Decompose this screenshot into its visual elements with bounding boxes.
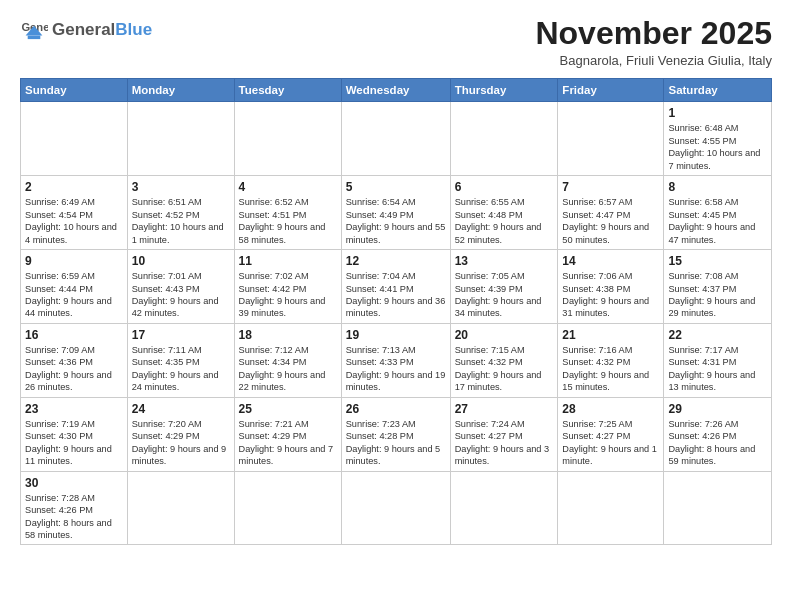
day-number: 14 [562,253,659,269]
calendar-cell [341,471,450,545]
day-number: 3 [132,179,230,195]
day-number: 23 [25,401,123,417]
day-info: Sunrise: 7:28 AM Sunset: 4:26 PM Dayligh… [25,493,112,540]
day-number: 21 [562,327,659,343]
day-number: 20 [455,327,554,343]
day-number: 27 [455,401,554,417]
calendar-cell: 17Sunrise: 7:11 AM Sunset: 4:35 PM Dayli… [127,323,234,397]
logo-icon: General [20,16,48,44]
day-number: 8 [668,179,767,195]
weekday-header-thursday: Thursday [450,79,558,102]
calendar-cell: 26Sunrise: 7:23 AM Sunset: 4:28 PM Dayli… [341,397,450,471]
calendar-cell: 6Sunrise: 6:55 AM Sunset: 4:48 PM Daylig… [450,176,558,250]
calendar-cell: 13Sunrise: 7:05 AM Sunset: 4:39 PM Dayli… [450,249,558,323]
day-info: Sunrise: 7:13 AM Sunset: 4:33 PM Dayligh… [346,345,446,392]
calendar-cell: 9Sunrise: 6:59 AM Sunset: 4:44 PM Daylig… [21,249,128,323]
calendar-cell: 2Sunrise: 6:49 AM Sunset: 4:54 PM Daylig… [21,176,128,250]
day-info: Sunrise: 6:48 AM Sunset: 4:55 PM Dayligh… [668,123,760,170]
week-row-5: 30Sunrise: 7:28 AM Sunset: 4:26 PM Dayli… [21,471,772,545]
calendar-cell: 24Sunrise: 7:20 AM Sunset: 4:29 PM Dayli… [127,397,234,471]
calendar-cell: 19Sunrise: 7:13 AM Sunset: 4:33 PM Dayli… [341,323,450,397]
day-info: Sunrise: 6:58 AM Sunset: 4:45 PM Dayligh… [668,197,755,244]
day-info: Sunrise: 7:02 AM Sunset: 4:42 PM Dayligh… [239,271,326,318]
day-number: 25 [239,401,337,417]
calendar-cell: 27Sunrise: 7:24 AM Sunset: 4:27 PM Dayli… [450,397,558,471]
calendar-cell: 1Sunrise: 6:48 AM Sunset: 4:55 PM Daylig… [664,102,772,176]
calendar-cell: 14Sunrise: 7:06 AM Sunset: 4:38 PM Dayli… [558,249,664,323]
day-info: Sunrise: 6:51 AM Sunset: 4:52 PM Dayligh… [132,197,224,244]
day-number: 5 [346,179,446,195]
day-info: Sunrise: 7:21 AM Sunset: 4:29 PM Dayligh… [239,419,334,466]
weekday-header-friday: Friday [558,79,664,102]
weekday-header-sunday: Sunday [21,79,128,102]
day-info: Sunrise: 7:09 AM Sunset: 4:36 PM Dayligh… [25,345,112,392]
day-number: 28 [562,401,659,417]
header: General GeneralBlue November 2025 Bagnar… [20,16,772,68]
svg-rect-2 [28,36,41,40]
calendar-cell [664,471,772,545]
calendar-cell [21,102,128,176]
calendar-cell: 7Sunrise: 6:57 AM Sunset: 4:47 PM Daylig… [558,176,664,250]
day-info: Sunrise: 7:16 AM Sunset: 4:32 PM Dayligh… [562,345,649,392]
day-number: 7 [562,179,659,195]
calendar-cell: 30Sunrise: 7:28 AM Sunset: 4:26 PM Dayli… [21,471,128,545]
day-info: Sunrise: 7:19 AM Sunset: 4:30 PM Dayligh… [25,419,112,466]
day-number: 10 [132,253,230,269]
calendar-cell: 18Sunrise: 7:12 AM Sunset: 4:34 PM Dayli… [234,323,341,397]
day-info: Sunrise: 7:17 AM Sunset: 4:31 PM Dayligh… [668,345,755,392]
week-row-2: 9Sunrise: 6:59 AM Sunset: 4:44 PM Daylig… [21,249,772,323]
calendar-cell: 12Sunrise: 7:04 AM Sunset: 4:41 PM Dayli… [341,249,450,323]
calendar-cell: 8Sunrise: 6:58 AM Sunset: 4:45 PM Daylig… [664,176,772,250]
page: General GeneralBlue November 2025 Bagnar… [0,0,792,612]
day-info: Sunrise: 7:15 AM Sunset: 4:32 PM Dayligh… [455,345,542,392]
title-block: November 2025 Bagnarola, Friuli Venezia … [535,16,772,68]
calendar: SundayMondayTuesdayWednesdayThursdayFrid… [20,78,772,545]
day-number: 6 [455,179,554,195]
day-info: Sunrise: 7:20 AM Sunset: 4:29 PM Dayligh… [132,419,227,466]
day-info: Sunrise: 6:59 AM Sunset: 4:44 PM Dayligh… [25,271,112,318]
calendar-cell [450,102,558,176]
weekday-header-monday: Monday [127,79,234,102]
calendar-cell: 11Sunrise: 7:02 AM Sunset: 4:42 PM Dayli… [234,249,341,323]
day-info: Sunrise: 7:04 AM Sunset: 4:41 PM Dayligh… [346,271,446,318]
day-info: Sunrise: 7:26 AM Sunset: 4:26 PM Dayligh… [668,419,755,466]
day-info: Sunrise: 6:54 AM Sunset: 4:49 PM Dayligh… [346,197,446,244]
calendar-cell: 4Sunrise: 6:52 AM Sunset: 4:51 PM Daylig… [234,176,341,250]
calendar-cell: 28Sunrise: 7:25 AM Sunset: 4:27 PM Dayli… [558,397,664,471]
day-info: Sunrise: 6:52 AM Sunset: 4:51 PM Dayligh… [239,197,326,244]
calendar-cell: 5Sunrise: 6:54 AM Sunset: 4:49 PM Daylig… [341,176,450,250]
day-number: 11 [239,253,337,269]
day-info: Sunrise: 7:11 AM Sunset: 4:35 PM Dayligh… [132,345,219,392]
calendar-cell [127,102,234,176]
calendar-cell [558,471,664,545]
calendar-cell: 22Sunrise: 7:17 AM Sunset: 4:31 PM Dayli… [664,323,772,397]
day-number: 13 [455,253,554,269]
day-number: 12 [346,253,446,269]
week-row-1: 2Sunrise: 6:49 AM Sunset: 4:54 PM Daylig… [21,176,772,250]
month-title: November 2025 [535,16,772,51]
calendar-cell: 10Sunrise: 7:01 AM Sunset: 4:43 PM Dayli… [127,249,234,323]
day-number: 24 [132,401,230,417]
week-row-3: 16Sunrise: 7:09 AM Sunset: 4:36 PM Dayli… [21,323,772,397]
calendar-cell [234,102,341,176]
calendar-cell [127,471,234,545]
day-info: Sunrise: 6:55 AM Sunset: 4:48 PM Dayligh… [455,197,542,244]
day-number: 19 [346,327,446,343]
day-info: Sunrise: 6:57 AM Sunset: 4:47 PM Dayligh… [562,197,649,244]
day-number: 29 [668,401,767,417]
day-info: Sunrise: 7:06 AM Sunset: 4:38 PM Dayligh… [562,271,649,318]
week-row-0: 1Sunrise: 6:48 AM Sunset: 4:55 PM Daylig… [21,102,772,176]
day-info: Sunrise: 7:01 AM Sunset: 4:43 PM Dayligh… [132,271,219,318]
day-number: 1 [668,105,767,121]
day-info: Sunrise: 7:25 AM Sunset: 4:27 PM Dayligh… [562,419,657,466]
day-number: 2 [25,179,123,195]
calendar-cell: 21Sunrise: 7:16 AM Sunset: 4:32 PM Dayli… [558,323,664,397]
day-number: 30 [25,475,123,491]
day-number: 9 [25,253,123,269]
calendar-cell [558,102,664,176]
weekday-header-tuesday: Tuesday [234,79,341,102]
calendar-cell [234,471,341,545]
day-info: Sunrise: 6:49 AM Sunset: 4:54 PM Dayligh… [25,197,117,244]
weekday-header-saturday: Saturday [664,79,772,102]
logo-blue: Blue [115,20,152,39]
